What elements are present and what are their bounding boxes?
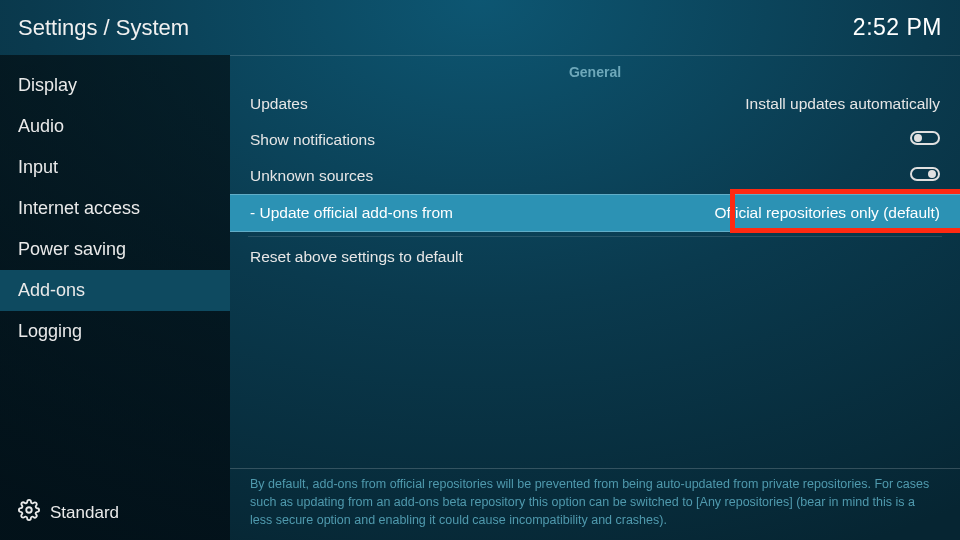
header: Settings / System 2:52 PM xyxy=(0,0,960,55)
clock: 2:52 PM xyxy=(853,14,942,41)
toggle-control[interactable] xyxy=(910,131,940,149)
setting-label: - Update official add-ons from xyxy=(250,204,715,222)
sidebar-item-audio[interactable]: Audio xyxy=(0,106,230,147)
toggle-on-icon xyxy=(910,167,940,181)
sidebar-item-logging[interactable]: Logging xyxy=(0,311,230,352)
sidebar: Display Audio Input Internet access Powe… xyxy=(0,55,230,540)
section-header: General xyxy=(230,56,960,86)
settings-level-label: Standard xyxy=(50,503,119,523)
setting-show-notifications[interactable]: Show notifications xyxy=(230,122,960,158)
setting-label: Reset above settings to default xyxy=(250,248,940,266)
setting-value: Official repositories only (default) xyxy=(715,204,940,222)
toggle-off-icon xyxy=(910,131,940,145)
svg-point-0 xyxy=(26,507,32,513)
sidebar-item-power-saving[interactable]: Power saving xyxy=(0,229,230,270)
setting-reset-defaults[interactable]: Reset above settings to default xyxy=(230,239,960,275)
gear-icon xyxy=(18,499,40,526)
sidebar-item-add-ons[interactable]: Add-ons xyxy=(0,270,230,311)
divider xyxy=(248,236,942,237)
setting-description: By default, add-ons from official reposi… xyxy=(230,468,960,540)
setting-unknown-sources[interactable]: Unknown sources xyxy=(230,158,960,194)
setting-update-official-addons[interactable]: - Update official add-ons from Official … xyxy=(230,194,960,232)
setting-label: Show notifications xyxy=(250,131,910,149)
settings-level-button[interactable]: Standard xyxy=(0,485,230,540)
sidebar-item-internet-access[interactable]: Internet access xyxy=(0,188,230,229)
sidebar-item-input[interactable]: Input xyxy=(0,147,230,188)
sidebar-item-display[interactable]: Display xyxy=(0,65,230,106)
breadcrumb: Settings / System xyxy=(18,15,189,41)
toggle-control[interactable] xyxy=(910,167,940,185)
setting-label: Updates xyxy=(250,95,745,113)
setting-label: Unknown sources xyxy=(250,167,910,185)
setting-value: Install updates automatically xyxy=(745,95,940,113)
setting-updates[interactable]: Updates Install updates automatically xyxy=(230,86,960,122)
main: Display Audio Input Internet access Powe… xyxy=(0,55,960,540)
content-panel: General Updates Install updates automati… xyxy=(230,55,960,540)
